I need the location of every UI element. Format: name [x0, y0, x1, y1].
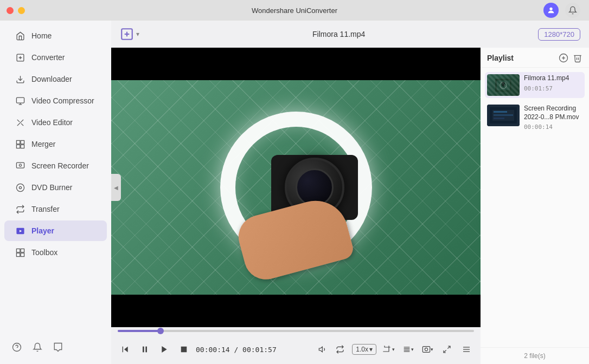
player-icon — [15, 226, 25, 236]
sidebar: Home Converter Downloader Video Compress… — [0, 21, 111, 364]
sidebar-item-screen-recorder[interactable]: Screen Recorder — [4, 155, 107, 176]
playlist-delete-icon[interactable] — [573, 53, 582, 63]
crop-button[interactable]: ▾ — [381, 342, 396, 357]
svg-rect-59 — [494, 118, 504, 119]
current-filename: Filmora 11.mp4 — [144, 30, 534, 38]
video-scene — [111, 48, 481, 327]
svg-line-7 — [21, 123, 23, 125]
dvd-burner-icon — [15, 183, 25, 192]
pause-button[interactable] — [137, 342, 152, 357]
thumb-recording — [487, 105, 520, 126]
controls-bar: 00:00:14 / 00:01:57 1.0x ▾ — [111, 335, 481, 364]
svg-rect-57 — [494, 111, 507, 113]
add-chevron-icon: ▾ — [136, 30, 139, 38]
sidebar-label-screen-recorder: Screen Recorder — [31, 161, 89, 170]
sidebar-item-converter[interactable]: Converter — [4, 47, 107, 68]
sidebar-item-player[interactable]: Player — [4, 220, 107, 241]
black-top-bar — [111, 48, 481, 80]
sidebar-item-dvd-burner[interactable]: DVD Burner — [4, 177, 107, 198]
sidebar-footer — [0, 335, 111, 360]
playlist-item-name: Filmora 11.mp4 — [524, 74, 582, 83]
sidebar-item-video-editor[interactable]: Video Editor — [4, 112, 107, 133]
playlist-item-duration: 00:00:14 — [524, 123, 582, 131]
svg-rect-22 — [21, 253, 24, 256]
svg-rect-10 — [21, 140, 24, 144]
sidebar-item-toolbox[interactable]: Toolbox — [4, 242, 107, 263]
video-area: ◀ — [111, 48, 481, 364]
svg-rect-19 — [16, 249, 20, 252]
user-avatar[interactable] — [543, 3, 559, 18]
playlist-add-icon[interactable] — [559, 53, 568, 63]
svg-rect-13 — [16, 162, 24, 168]
progress-track[interactable] — [118, 330, 474, 332]
add-file-button[interactable]: ▾ — [120, 27, 139, 41]
window-controls — [7, 7, 25, 14]
compressor-icon — [15, 96, 25, 106]
svg-marker-34 — [319, 347, 323, 352]
sidebar-item-merger[interactable]: Merger — [4, 134, 107, 154]
speed-label: 1.0x — [356, 346, 368, 353]
svg-point-52 — [502, 84, 505, 87]
prev-button[interactable] — [118, 342, 133, 357]
sidebar-label-converter: Converter — [31, 53, 65, 62]
playlist-items: Filmora 11.mp4 00:01:57 — [481, 68, 589, 347]
stop-button[interactable] — [176, 342, 191, 357]
sidebar-item-transfer[interactable]: Transfer — [4, 199, 107, 219]
merger-icon — [15, 139, 25, 149]
play-button[interactable] — [157, 342, 172, 357]
sidebar-label-video-editor: Video Editor — [31, 118, 73, 127]
speed-control[interactable]: 1.0x ▾ — [352, 344, 376, 355]
playlist-toggle-button[interactable] — [459, 342, 474, 357]
svg-rect-39 — [422, 347, 430, 353]
volume-group — [315, 342, 348, 357]
home-icon — [15, 31, 25, 41]
screenshot-button[interactable]: ▾ — [420, 342, 435, 357]
playlist-item[interactable]: Screen Recording 2022-0...8 PM.mov 00:00… — [485, 102, 585, 133]
notification-icon[interactable] — [565, 3, 580, 18]
notification-bell-icon[interactable] — [31, 341, 43, 353]
progress-fill — [118, 330, 161, 332]
minimize-button[interactable] — [18, 7, 25, 14]
sidebar-label-downloader: Downloader — [31, 75, 72, 83]
loop-button[interactable] — [332, 342, 348, 357]
svg-rect-3 — [16, 98, 24, 103]
svg-rect-49 — [495, 79, 511, 92]
sidebar-item-downloader[interactable]: Downloader — [4, 69, 107, 89]
svg-rect-11 — [16, 145, 20, 148]
toolbox-icon — [15, 248, 25, 257]
playlist-panel: Playlist — [481, 48, 589, 364]
playlist-header-icons — [559, 53, 582, 63]
sidebar-label-merger: Merger — [31, 140, 55, 148]
collapse-handle[interactable]: ◀ — [111, 174, 121, 201]
playlist-item[interactable]: Filmora 11.mp4 00:01:57 — [485, 72, 585, 98]
sidebar-label-home: Home — [31, 31, 52, 40]
downloader-icon — [15, 74, 25, 84]
volume-button[interactable] — [315, 342, 330, 357]
sidebar-item-video-compressor[interactable]: Video Compressor — [4, 90, 107, 111]
black-bottom-bar — [111, 295, 481, 327]
svg-marker-28 — [124, 347, 128, 353]
fullscreen-button[interactable] — [439, 342, 454, 357]
svg-rect-9 — [16, 140, 20, 144]
svg-point-14 — [19, 164, 21, 166]
player-header: ▾ Filmora 11.mp4 1280*720 — [111, 21, 589, 48]
svg-line-42 — [444, 350, 446, 353]
feedback-icon[interactable] — [52, 341, 64, 353]
progress-row[interactable] — [111, 327, 481, 335]
sidebar-label-toolbox: Toolbox — [31, 248, 57, 257]
svg-rect-20 — [21, 249, 24, 252]
close-button[interactable] — [7, 7, 14, 14]
svg-rect-12 — [21, 145, 24, 148]
speed-chevron: ▾ — [369, 346, 373, 353]
playlist-header: Playlist — [481, 48, 589, 68]
sidebar-label-player: Player — [31, 226, 54, 235]
sidebar-item-home[interactable]: Home — [4, 25, 107, 46]
svg-rect-31 — [145, 347, 147, 353]
playlist-item-duration: 00:01:57 — [524, 85, 582, 92]
svg-rect-30 — [143, 347, 144, 353]
help-icon[interactable] — [11, 341, 23, 353]
svg-rect-50 — [497, 80, 510, 90]
audio-button[interactable]: ▾ — [400, 342, 415, 357]
sidebar-label-video-compressor: Video Compressor — [31, 96, 94, 105]
content-area: ▾ Filmora 11.mp4 1280*720 — [111, 21, 589, 364]
